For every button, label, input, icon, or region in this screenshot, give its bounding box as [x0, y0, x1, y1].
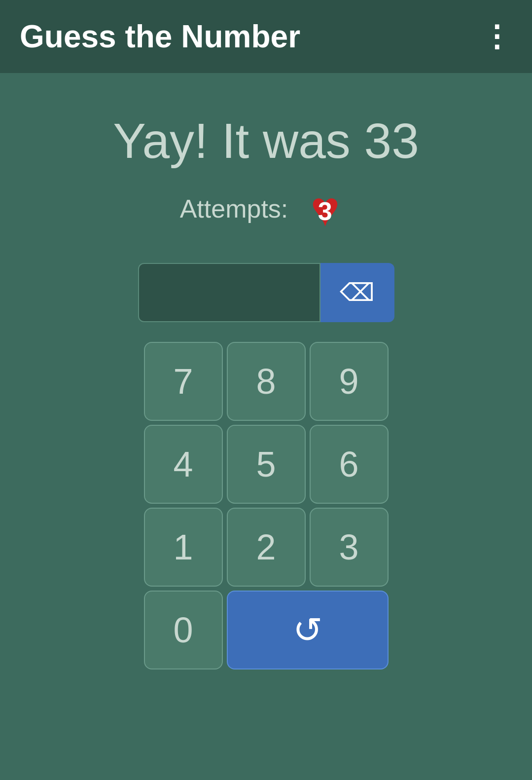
numpad: 7 8 9 4 5 6 1 2 3 0 ↺ — [144, 342, 389, 669]
reset-button[interactable]: ↺ — [227, 591, 389, 669]
main-content: Yay! It was 33 Attempts: ♥ 3 ⌫ 7 8 9 4 5… — [0, 73, 532, 669]
attempts-count: 3 — [318, 196, 332, 226]
num-button-7[interactable]: 7 — [144, 342, 223, 421]
attempts-label: Attempts: — [180, 194, 288, 223]
result-text: Yay! It was 33 — [113, 112, 419, 169]
num-button-2[interactable]: 2 — [227, 508, 306, 587]
input-row: ⌫ — [138, 263, 394, 322]
top-bar: Guess the Number ⋮ — [0, 0, 532, 73]
num-button-3[interactable]: 3 — [310, 508, 389, 587]
menu-icon[interactable]: ⋮ — [482, 19, 512, 54]
num-button-8[interactable]: 8 — [227, 342, 306, 421]
attempts-row: Attempts: ♥ 3 — [180, 184, 353, 233]
backspace-button[interactable]: ⌫ — [320, 263, 394, 322]
num-button-0[interactable]: 0 — [144, 591, 223, 669]
num-button-5[interactable]: 5 — [227, 425, 306, 504]
num-button-4[interactable]: 4 — [144, 425, 223, 504]
num-button-9[interactable]: 9 — [310, 342, 389, 421]
number-display — [138, 263, 320, 322]
heart-badge: ♥ 3 — [298, 184, 352, 233]
app-title: Guess the Number — [20, 18, 300, 55]
backspace-icon: ⌫ — [340, 278, 375, 307]
num-button-1[interactable]: 1 — [144, 508, 223, 587]
num-button-6[interactable]: 6 — [310, 425, 389, 504]
reset-icon: ↺ — [293, 609, 322, 651]
